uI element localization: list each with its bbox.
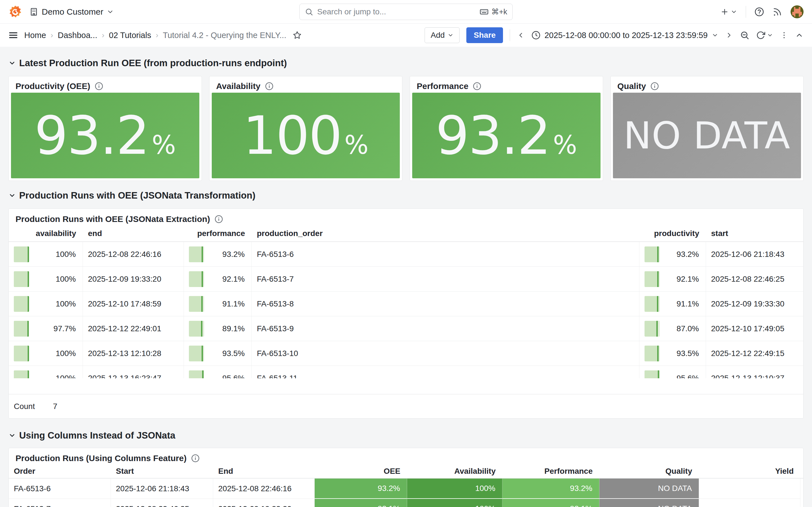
table-row: 100% 2025-12-13 16:23:47 95.6% FA-6513-1… (9, 366, 803, 378)
cell-end: 2025-12-09 19:33:20 (213, 499, 315, 507)
cell-productivity: 95.6% (640, 366, 706, 378)
table-row: 100% 2025-12-13 12:10:28 93.5% FA-6513-1… (9, 341, 803, 366)
search-input[interactable]: Search or jump to... ⌘+k (299, 4, 513, 20)
cell-availability: 97.7% (9, 316, 83, 341)
cell-performance: 93.5% (184, 341, 252, 365)
add-button[interactable]: Add (424, 27, 460, 43)
column-header-productivity[interactable]: productivity (640, 226, 706, 241)
column-header-performance[interactable]: performance (184, 226, 252, 241)
stat-value: 100 (243, 109, 342, 162)
column-header-end[interactable]: end (83, 226, 184, 241)
divider (510, 29, 510, 41)
cell-availability: 100% (9, 267, 83, 291)
cell-performance: 92.1% (502, 499, 599, 507)
info-icon[interactable] (265, 82, 273, 91)
column-header-end[interactable]: End (213, 464, 315, 478)
cell-availability: 100% (9, 341, 83, 365)
top-bar: Demo Customer Search or jump to... ⌘+k (0, 0, 812, 24)
dashboard-toolbar: Home › Dashboa... › 02 Tutorials › Tutor… (0, 24, 812, 47)
stat-panel-performance: Performance 93.2% (410, 76, 603, 181)
column-header-performance[interactable]: Performance (502, 464, 599, 478)
share-button[interactable]: Share (466, 27, 503, 43)
info-icon[interactable] (651, 82, 659, 91)
info-icon[interactable] (191, 454, 200, 462)
stat-unit: % (553, 130, 577, 160)
kebab-menu-icon[interactable] (780, 31, 788, 40)
news-button[interactable] (772, 7, 782, 17)
breadcrumb: Home › Dashboa... › 02 Tutorials › Tutor… (24, 31, 301, 40)
breadcrumb-home[interactable]: Home (24, 31, 46, 40)
panel-title[interactable]: Production Runs (Using Columns Feature) (15, 453, 187, 463)
column-header-start[interactable]: Start (111, 464, 213, 478)
cell-yield (699, 478, 801, 499)
column-header-start[interactable]: start (706, 226, 803, 241)
grafana-logo-icon[interactable] (8, 5, 22, 18)
stat-value-area: 93.2% (412, 93, 601, 178)
column-header-availability[interactable]: Availability (407, 464, 502, 478)
star-icon[interactable] (293, 31, 301, 40)
cell-end: 2025-12-13 16:23:47 (83, 366, 184, 378)
panel-title[interactable]: Production Runs with OEE (JSONata Extrac… (15, 214, 210, 224)
time-range-picker[interactable]: 2025-12-08 00:00:00 to 2025-12-13 23:59:… (531, 31, 718, 40)
section-title: Using Columns Instead of JSONata (19, 430, 175, 441)
cell-quality: NO DATA (599, 499, 699, 507)
table-row: 100% 2025-12-10 17:48:59 91.1% FA-6513-8… (9, 291, 803, 316)
section-columns[interactable]: Using Columns Instead of JSONata (8, 428, 804, 443)
refresh-button[interactable] (756, 31, 773, 40)
refresh-icon (756, 31, 765, 40)
new-menu-button[interactable] (720, 8, 737, 16)
chevron-down-icon (107, 8, 114, 15)
info-icon[interactable] (473, 82, 481, 91)
cell-end: 2025-12-08 22:46:16 (213, 478, 315, 499)
org-switcher[interactable]: Demo Customer (29, 7, 114, 17)
gauge-bar (14, 346, 29, 361)
section-latest-oee[interactable]: Latest Production Run OEE (from producti… (8, 55, 804, 71)
info-icon[interactable] (95, 82, 103, 91)
chevron-down-icon (767, 32, 773, 38)
stat-panel-productivity: Productivity (OEE) 93.2% (8, 76, 202, 181)
column-header-yield[interactable]: Yield (699, 464, 801, 478)
panel-title[interactable]: Productivity (OEE) (15, 81, 90, 91)
breadcrumb-dashboards[interactable]: Dashboa... (58, 31, 97, 40)
panel-title[interactable]: Performance (417, 81, 468, 91)
column-header-oee[interactable]: OEE (315, 464, 407, 478)
table-row-partial: FA-6513-7 2025-12-08 22:46:25 2025-12-09… (9, 499, 803, 507)
stat-unit: % (152, 130, 176, 160)
cell-start: 2025-12-06 21:18:43 (111, 478, 213, 499)
info-icon[interactable] (214, 215, 223, 223)
zoom-out-button[interactable] (740, 31, 749, 40)
chevron-down-icon (8, 432, 16, 439)
menu-icon[interactable] (8, 31, 18, 40)
cell-availability: 100% (9, 366, 83, 378)
chevron-down-icon (8, 59, 16, 67)
cell-end: 2025-12-12 22:49:01 (83, 316, 184, 341)
help-button[interactable] (755, 7, 764, 17)
panel-title[interactable]: Quality (617, 81, 646, 91)
column-header-availability[interactable]: availability (9, 226, 83, 241)
stat-panel-row: Productivity (OEE) 93.2% Availability 10… (8, 76, 804, 181)
cell-production-order: FA-6513-7 (252, 267, 640, 291)
time-forward-button[interactable] (725, 31, 733, 39)
footer-count-value: 7 (53, 402, 57, 411)
table-spacer (9, 378, 803, 394)
gauge-bar (14, 296, 29, 312)
cell-end: 2025-12-08 22:46:16 (83, 242, 184, 267)
column-header-production-order[interactable]: production_order (252, 226, 640, 241)
chevron-down-icon (730, 8, 737, 15)
column-header-order[interactable]: Order (9, 464, 111, 478)
table-row: 100% 2025-12-09 19:33:20 92.1% FA-6513-7… (9, 267, 803, 291)
time-range-label: 2025-12-08 00:00:00 to 2025-12-13 23:59:… (545, 31, 708, 40)
cell-performance: 91.1% (184, 291, 252, 316)
chevron-down-icon (448, 32, 454, 38)
stat-value-area: NO DATA (613, 93, 801, 178)
cell-start: 2025-12-10 17:49:05 (706, 316, 803, 341)
panel-title[interactable]: Availability (216, 81, 260, 91)
section-jsonata[interactable]: Production Runs with OEE (JSONata Transf… (8, 187, 804, 203)
cell-production-order: FA-6513-10 (252, 341, 640, 365)
user-avatar[interactable] (791, 5, 804, 18)
collapse-chrome-button[interactable] (795, 31, 804, 40)
breadcrumb-folder[interactable]: 02 Tutorials (109, 31, 151, 40)
time-back-button[interactable] (517, 31, 525, 39)
column-header-quality[interactable]: Quality (599, 464, 699, 478)
stat-panel-quality: Quality NO DATA (610, 76, 804, 181)
